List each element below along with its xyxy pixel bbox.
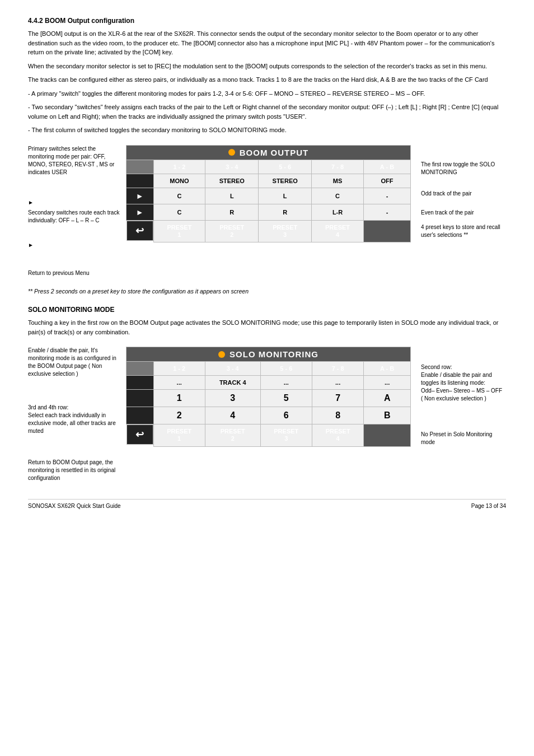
boom-col-34: 3 - 4 <box>205 160 259 174</box>
left-note-primary: Primary switches select the monitoring m… <box>28 145 120 176</box>
boom-preset-4[interactable]: PRESET4 <box>312 220 364 242</box>
solo-left-note-1: Enable / disable the pair, It's monitori… <box>28 347 120 378</box>
solo-preset-ab <box>364 424 411 446</box>
left-note-return: Return to previous Menu <box>28 269 120 277</box>
solo-col-78: 7 - 8 <box>312 362 363 376</box>
boom-row3-78: L-R <box>312 204 364 220</box>
double-star-note: ** Press 2 seconds on a preset key to st… <box>28 287 506 296</box>
boom-row3-12: C <box>153 204 205 220</box>
boom-col-ab: A - B <box>363 160 410 174</box>
solo-left-note-3: Return to BOOM Output page, the monitori… <box>28 459 120 482</box>
boom-col-78: 7 - 8 <box>312 160 364 174</box>
para-1: The [BOOM] output is on the XLR-6 at the… <box>28 29 506 57</box>
orange-dot-icon <box>228 149 235 156</box>
solo-row2: 1 3 5 7 A <box>127 390 411 407</box>
solo-preset-2[interactable]: PRESET2 <box>205 424 260 446</box>
solo-monitoring-table-container: SOLO MONITORING 1 - 2 3 - 4 5 - 6 7 - 8 … <box>126 347 411 446</box>
footer-right: Page 13 of 34 <box>471 503 506 509</box>
solo-title-cell: SOLO MONITORING <box>127 347 411 362</box>
boom-col-blank <box>127 160 154 174</box>
solo-orange-dot-icon <box>218 351 225 358</box>
boom-preset-3[interactable]: PRESET3 <box>259 220 312 242</box>
solo-preset-3[interactable]: PRESET3 <box>260 424 312 446</box>
solo-back-btn[interactable]: ↩ <box>127 424 153 445</box>
boom-right-note-1: The first row toggle the SOLO MONITORING <box>421 161 506 176</box>
boom-row2-12: C <box>153 188 205 204</box>
footer: SONOSAX SX62R Quick Start Guide Page 13 … <box>28 499 506 509</box>
solo-title-row: SOLO MONITORING <box>127 347 411 362</box>
boom-row2: ► C L L C - <box>127 188 411 204</box>
solo-right-note-1: Second row: Enable / disable the pair an… <box>421 363 506 403</box>
boom-output-title-cell: BOOM OUTPUT <box>127 145 411 160</box>
boom-preset-1[interactable]: PRESET1 <box>153 220 205 242</box>
para-2: When the secondary monitor selector is s… <box>28 62 506 71</box>
boom-row1-solo <box>127 174 154 188</box>
boom-row1-ab: OFF <box>363 174 410 188</box>
boom-right-notes: The first row toggle the SOLO MONITORING… <box>416 145 506 246</box>
boom-col-56: 5 - 6 <box>259 160 312 174</box>
boom-right-note-4: 4 preset keys to store and recall user's… <box>421 223 506 239</box>
table-title-row: BOOM OUTPUT <box>127 145 411 160</box>
solo-row1-ab: ... <box>364 376 411 390</box>
boom-col-header-row: 1 - 2 3 - 4 5 - 6 7 - 8 A - B <box>127 160 411 174</box>
arrow-secondary-even <box>28 241 120 249</box>
solo-title-text: SOLO MONITORING <box>229 349 318 359</box>
boom-row3-arrow: ► <box>127 204 154 220</box>
boom-row1: MONO STEREO STEREO MS OFF <box>127 174 411 188</box>
solo-row2-78: 7 <box>312 390 363 407</box>
solo-row1: ... TRACK 4 ... ... ... <box>127 376 411 390</box>
para-3: The tracks can be configured either as s… <box>28 75 506 85</box>
solo-col-blank <box>127 362 154 376</box>
solo-preset-1[interactable]: PRESET1 <box>153 424 205 446</box>
solo-row2-12: 1 <box>153 390 205 407</box>
solo-left-note-2: 3rd and 4th row: Select each track indiv… <box>28 404 120 435</box>
boom-output-diagram: Primary switches select the monitoring m… <box>28 145 506 277</box>
arrow-secondary-odd <box>28 199 120 207</box>
boom-right-note-3: Even track of the pair <box>421 209 506 217</box>
solo-monitoring-title: SOLO MONITORING MODE <box>28 306 506 314</box>
solo-row2-34: 3 <box>205 390 260 407</box>
boom-output-title-text: BOOM OUTPUT <box>240 148 309 157</box>
solo-col-header-row: 1 - 2 3 - 4 5 - 6 7 - 8 A - B <box>127 362 411 376</box>
boom-left-labels: Primary switches select the monitoring m… <box>28 145 120 277</box>
solo-col-34: 3 - 4 <box>205 362 260 376</box>
solo-row1-78: ... <box>312 376 363 390</box>
footer-left: SONOSAX SX62R Quick Start Guide <box>28 503 121 509</box>
solo-row3: 2 4 6 8 B <box>127 407 411 424</box>
solo-monitoring-table: SOLO MONITORING 1 - 2 3 - 4 5 - 6 7 - 8 … <box>126 347 411 446</box>
boom-preset-2[interactable]: PRESET2 <box>205 220 259 242</box>
boom-output-table-container: BOOM OUTPUT 1 - 2 3 - 4 5 - 6 7 - 8 A - … <box>126 145 411 242</box>
solo-row4: ↩ PRESET1 PRESET2 PRESET3 PRESET4 <box>127 424 411 446</box>
boom-right-note-2: Odd track of the pair <box>421 190 506 198</box>
solo-row2-ab: A <box>364 390 411 407</box>
solo-right-note-2: No Preset in Solo Monitoring mode <box>421 431 506 446</box>
solo-row2-blank <box>127 390 154 407</box>
solo-preset-4[interactable]: PRESET4 <box>312 424 363 446</box>
solo-col-ab: A - B <box>364 362 411 376</box>
boom-row1-56: STEREO <box>259 174 312 188</box>
boom-row4: ↩ PRESET1 PRESET2 PRESET3 PRESET4 <box>127 220 411 242</box>
solo-col-56: 5 - 6 <box>260 362 312 376</box>
para-5: - Two secondary "switches" freely assign… <box>28 102 506 121</box>
left-note-secondary: Secondary switches route each track indi… <box>28 209 120 225</box>
solo-row1-34: TRACK 4 <box>205 376 260 390</box>
boom-row3-56: R <box>259 204 312 220</box>
solo-monitoring-diagram: Enable / disable the pair, It's monitori… <box>28 347 506 482</box>
solo-row3-12: 2 <box>153 407 205 424</box>
solo-row3-blank <box>127 407 154 424</box>
boom-row1-12: MONO <box>153 174 205 188</box>
boom-row1-78: MS <box>312 174 364 188</box>
boom-row2-arrow: ► <box>127 188 154 204</box>
solo-row3-78: 8 <box>312 407 363 424</box>
para-6: - The first column of switched toggles t… <box>28 125 506 135</box>
boom-row1-34: STEREO <box>205 174 259 188</box>
solo-row3-56: 6 <box>260 407 312 424</box>
solo-right-notes: Second row: Enable / disable the pair an… <box>416 347 506 453</box>
boom-back-btn[interactable]: ↩ <box>127 221 153 241</box>
solo-row3-ab: B <box>364 407 411 424</box>
boom-row3: ► C R R L-R - <box>127 204 411 220</box>
section-heading: 4.4.2 BOOM Output configuration <box>28 17 506 25</box>
solo-col-12: 1 - 2 <box>153 362 205 376</box>
solo-row1-solo <box>127 376 154 390</box>
boom-col-12: 1 - 2 <box>153 160 205 174</box>
